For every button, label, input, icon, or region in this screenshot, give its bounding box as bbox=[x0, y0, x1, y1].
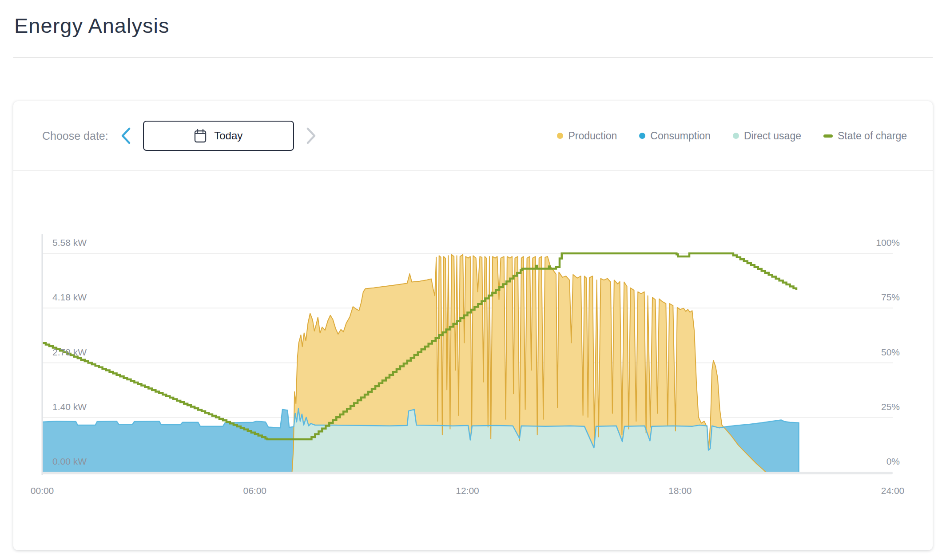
x-axis-baseline bbox=[42, 472, 893, 474]
energy-chart-plot[interactable] bbox=[0, 0, 946, 560]
y-axis-left-tick: 2.78 kW bbox=[52, 347, 87, 358]
y-axis-left-tick: 0.00 kW bbox=[52, 456, 87, 467]
x-axis-tick: 18:00 bbox=[668, 485, 692, 496]
y-axis-left-tick: 1.40 kW bbox=[52, 402, 87, 412]
x-axis-tick: 24:00 bbox=[881, 485, 905, 496]
y-axis-right-tick: 100% bbox=[876, 237, 900, 248]
y-axis-left-tick: 5.58 kW bbox=[52, 237, 87, 248]
energy-analysis-page: Energy Analysis Choose date: bbox=[0, 0, 946, 560]
x-axis-tick: 12:00 bbox=[456, 485, 479, 496]
y-axis-right-tick: 25% bbox=[881, 402, 900, 412]
y-axis-left-tick: 4.18 kW bbox=[52, 292, 87, 303]
y-axis-right-tick: 0% bbox=[886, 456, 900, 467]
y-axis-right-tick: 50% bbox=[881, 347, 900, 358]
x-axis-tick: 00:00 bbox=[31, 485, 54, 496]
y-axis-right-tick: 75% bbox=[881, 292, 900, 303]
x-axis-tick: 06:00 bbox=[243, 485, 266, 496]
